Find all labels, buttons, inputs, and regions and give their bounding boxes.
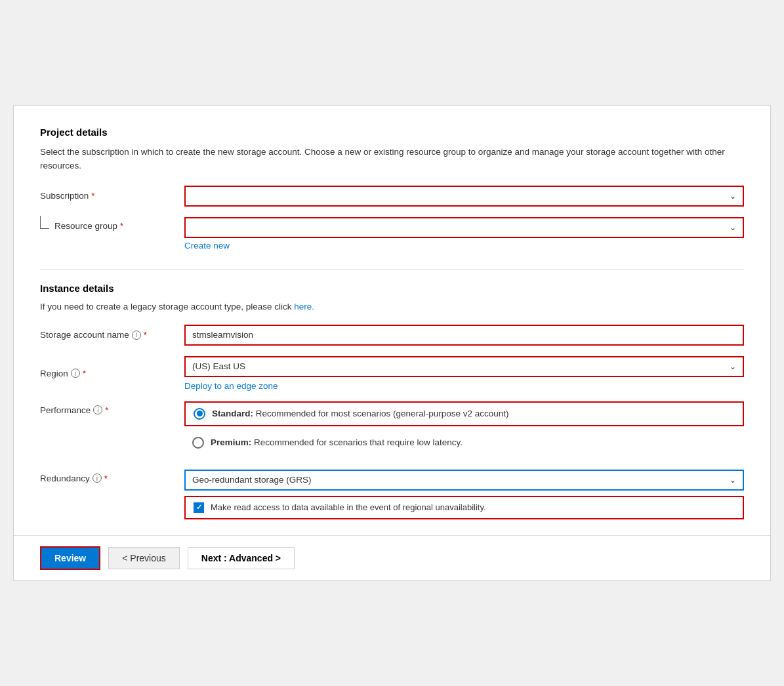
create-new-link[interactable]: Create new [184, 241, 230, 251]
subscription-dropdown[interactable]: ⌄ [184, 186, 744, 207]
indent-line [40, 216, 49, 229]
redundancy-value: Geo-redundant storage (GRS) [192, 475, 312, 485]
redundancy-checkbox-row: ✓ Make read access to data available in … [184, 496, 744, 519]
premium-radio-icon [192, 437, 204, 449]
performance-premium-option[interactable]: Premium: Recommended for scenarios that … [184, 432, 744, 454]
standard-radio-icon [194, 408, 205, 420]
check-icon: ✓ [196, 503, 202, 512]
next-button[interactable]: Next : Advanced > [188, 547, 295, 569]
redundancy-required: * [104, 474, 108, 483]
performance-label: Performance i * [40, 405, 184, 415]
section-divider-1 [40, 269, 744, 270]
subscription-label: Subscription * [40, 191, 184, 201]
subscription-arrow-icon: ⌄ [730, 192, 736, 201]
region-label: Region i * [40, 369, 184, 378]
redundancy-arrow-icon: ⌄ [730, 475, 736, 485]
redundancy-controls: Geo-redundant storage (GRS) ⌄ ✓ Make rea… [184, 470, 744, 519]
performance-required: * [105, 405, 108, 415]
region-control: (US) East US ⌄ Deploy to an edge zone [184, 356, 744, 391]
region-arrow-icon: ⌄ [730, 362, 736, 371]
performance-info-icon[interactable]: i [93, 405, 102, 414]
redundancy-label: Redundancy i * [40, 474, 184, 483]
storage-name-label: Storage account name i * [40, 330, 184, 340]
resource-group-dropdown[interactable]: ⌄ [184, 217, 744, 238]
region-info-icon[interactable]: i [71, 369, 80, 378]
storage-name-control [184, 325, 744, 346]
resource-group-row: Resource group * ⌄ Create new [40, 217, 744, 251]
resource-group-arrow-icon: ⌄ [730, 223, 736, 232]
performance-standard-option[interactable]: Standard: Recommended for most scenarios… [184, 401, 744, 426]
resource-group-control: ⌄ Create new [184, 217, 744, 251]
redundancy-info-icon[interactable]: i [93, 474, 102, 483]
performance-label-col: Performance i * [40, 401, 184, 415]
redundancy-checkbox-label: Make read access to data available in th… [211, 502, 486, 512]
standard-radio-label: Standard: Recommended for most scenarios… [212, 409, 508, 418]
project-details-title: Project details [40, 127, 744, 138]
instance-details-section: Instance details If you need to create a… [40, 283, 744, 519]
storage-name-row: Storage account name i * [40, 325, 744, 346]
region-required: * [83, 369, 86, 378]
project-details-desc: Select the subscription in which to crea… [40, 146, 744, 172]
previous-button[interactable]: < Previous [108, 547, 180, 569]
redundancy-label-col: Redundancy i * [40, 470, 184, 483]
instance-details-title: Instance details [40, 283, 744, 294]
performance-row: Performance i * Standard: Recommended fo… [40, 401, 744, 459]
storage-name-input[interactable] [184, 325, 744, 346]
storage-name-info-icon[interactable]: i [132, 331, 141, 340]
resource-indent: Resource group * [40, 221, 184, 231]
subscription-required: * [91, 191, 94, 201]
subscription-control: ⌄ [184, 186, 744, 207]
review-button[interactable]: Review [40, 546, 100, 570]
redundancy-row: Redundancy i * Geo-redundant storage (GR… [40, 470, 744, 519]
region-row: Region i * (US) East US ⌄ Deploy to an e… [40, 356, 744, 391]
footer-bar: Review < Previous Next : Advanced > [40, 536, 744, 580]
edge-zone-link[interactable]: Deploy to an edge zone [184, 381, 278, 391]
storage-name-required: * [144, 330, 147, 340]
region-dropdown[interactable]: (US) East US ⌄ [184, 356, 744, 377]
project-details-section: Project details Select the subscription … [40, 127, 744, 251]
page-container: Project details Select the subscription … [13, 105, 771, 581]
resource-group-label: Resource group * [54, 221, 123, 231]
redundancy-dropdown[interactable]: Geo-redundant storage (GRS) ⌄ [184, 470, 744, 491]
legacy-text: If you need to create a legacy storage a… [40, 302, 744, 312]
region-value: (US) East US [192, 361, 245, 371]
resource-group-required: * [120, 221, 123, 231]
resource-group-label-col: Resource group * [40, 217, 184, 231]
legacy-link[interactable]: here. [294, 302, 314, 312]
redundancy-checkbox[interactable]: ✓ [194, 502, 204, 513]
premium-radio-label: Premium: Recommended for scenarios that … [211, 437, 463, 447]
performance-options: Standard: Recommended for most scenarios… [184, 401, 744, 459]
subscription-row: Subscription * ⌄ [40, 186, 744, 207]
